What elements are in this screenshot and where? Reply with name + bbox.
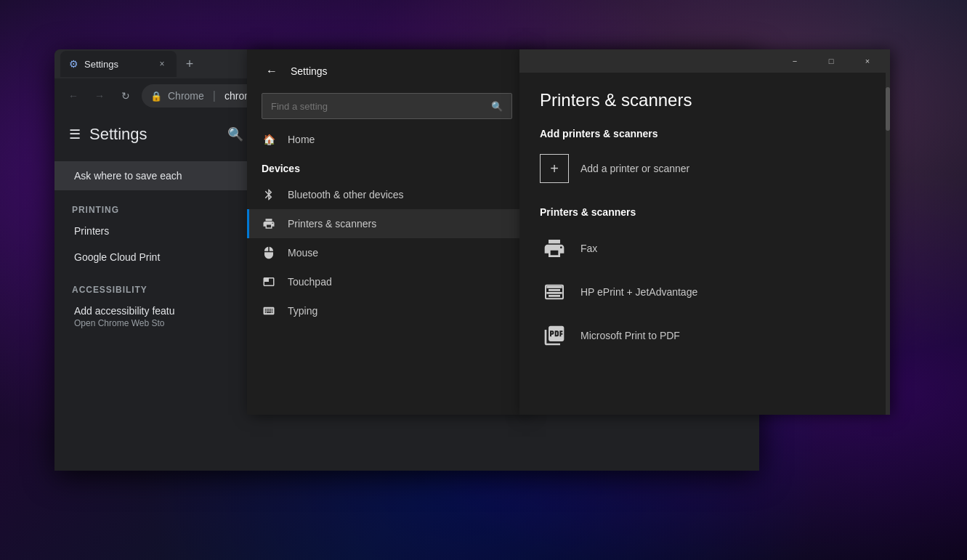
win-settings-search-input[interactable] [271, 101, 485, 112]
printer-item-pdf[interactable]: Microsoft Print to PDF [540, 314, 870, 357]
win-nav-printers-label: Printers & scanners [288, 218, 376, 230]
settings-header: ☰ Settings 🔍 [54, 113, 258, 155]
printing-section: Printing Printers Google Cloud Print [54, 196, 258, 270]
settings-page-title: Settings [89, 125, 147, 144]
win-nav-bluetooth-label: Bluetooth & other devices [288, 189, 404, 200]
new-tab-button[interactable]: + [179, 54, 200, 74]
url-site-name: Chrome [168, 90, 204, 102]
hamburger-icon[interactable]: ☰ [69, 126, 81, 142]
active-tab[interactable]: ⚙ Settings × [60, 51, 177, 77]
accessibility-section: Accessibility Add accessibility featu Op… [54, 276, 258, 336]
win-printers-maximize[interactable]: □ [814, 49, 848, 73]
win-nav-typing[interactable]: Typing [247, 296, 527, 325]
windows-settings-panel: ← Settings 🔍 🏠 Home Devices Bluetooth & … [247, 49, 527, 415]
accessibility-item-main: Add accessibility featu [74, 305, 240, 317]
settings-search-icon[interactable]: 🔍 [227, 126, 243, 142]
google-cloud-print-item[interactable]: Google Cloud Print [54, 244, 258, 270]
win-settings-search-bar[interactable]: 🔍 [262, 93, 512, 119]
win-nav-typing-label: Typing [288, 305, 317, 317]
scrollbar-track[interactable] [886, 73, 890, 415]
pdf-printer-name: Microsoft Print to PDF [580, 330, 680, 341]
hp-printer-name: HP ePrint + JetAdvantage [580, 286, 697, 298]
typing-icon [262, 304, 276, 318]
scrollbar-thumb[interactable] [886, 87, 890, 131]
win-nav-touchpad[interactable]: Touchpad [247, 267, 527, 296]
win-nav-mouse-label: Mouse [288, 247, 318, 259]
win-nav-mouse[interactable]: Mouse [247, 238, 527, 267]
tab-title: Settings [84, 59, 150, 70]
add-printer-button[interactable]: + Add a printer or scanner [540, 148, 870, 189]
win-settings-header: ← Settings [247, 49, 527, 87]
win-devices-section-label: Devices [247, 154, 527, 180]
win-printers-panel: − □ × Printers & scanners Add printers &… [519, 49, 890, 415]
win-settings-home[interactable]: 🏠 Home [247, 125, 527, 154]
win-nav-touchpad-label: Touchpad [288, 276, 332, 288]
printer-item-hp[interactable]: HP ePrint + JetAdvantage [540, 270, 870, 314]
plus-icon: + [550, 161, 559, 177]
accessibility-section-header: Accessibility [54, 276, 258, 298]
printer-nav-icon [262, 216, 276, 231]
touchpad-icon [262, 275, 276, 289]
bluetooth-icon [262, 187, 276, 202]
pdf-printer-icon [540, 321, 569, 350]
save-downloads-label: Ask where to save each [74, 170, 182, 182]
win-nav-bluetooth[interactable]: Bluetooth & other devices [247, 180, 527, 209]
win-printers-title: Printers & scanners [540, 90, 870, 110]
save-downloads-item[interactable]: Ask where to save each [54, 161, 258, 190]
win-printers-titlebar: − □ × [519, 49, 890, 73]
home-icon: 🏠 [262, 132, 276, 147]
accessibility-item-sub: Open Chrome Web Sto [74, 318, 240, 328]
fax-printer-icon [540, 234, 569, 263]
printing-section-header: Printing [54, 196, 258, 218]
add-printer-icon: + [540, 154, 569, 183]
back-button[interactable]: ← [63, 86, 84, 106]
win-nav-printers[interactable]: Printers & scanners [247, 209, 527, 238]
printer-item-fax[interactable]: Fax [540, 227, 870, 270]
tab-settings-icon: ⚙ [69, 58, 78, 70]
forward-button[interactable]: → [89, 86, 110, 106]
url-separator: | [213, 89, 216, 102]
chrome-settings-content: Ask where to save each Printing Printers… [54, 155, 258, 341]
chrome-settings-sidebar: ☰ Settings 🔍 Ask where to save each Prin… [54, 113, 258, 471]
win-settings-search-icon: 🔍 [491, 101, 503, 112]
mouse-icon [262, 245, 276, 260]
security-icon: 🔒 [150, 91, 162, 102]
tab-close-button[interactable]: × [156, 58, 168, 70]
win-printers-content: Printers & scanners Add printers & scann… [519, 73, 890, 415]
hp-printer-icon [540, 277, 569, 307]
printer-list-section-title: Printers & scanners [540, 206, 870, 218]
add-printer-label: Add a printer or scanner [580, 163, 689, 174]
win-settings-home-label: Home [288, 134, 315, 145]
reload-button[interactable]: ↻ [116, 86, 136, 106]
accessibility-item[interactable]: Add accessibility featu Open Chrome Web … [54, 298, 258, 336]
win-printers-close[interactable]: × [851, 49, 884, 73]
fax-printer-name: Fax [580, 243, 597, 254]
win-settings-title: Settings [291, 65, 328, 77]
win-printers-minimize[interactable]: − [778, 49, 812, 73]
win-settings-back-button[interactable]: ← [262, 61, 282, 81]
printers-item[interactable]: Printers [54, 218, 258, 244]
add-printers-section-title: Add printers & scanners [540, 128, 870, 139]
